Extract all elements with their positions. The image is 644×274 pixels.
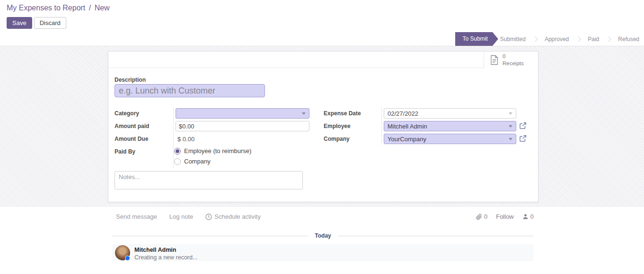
save-button[interactable]: Save: [7, 17, 32, 29]
message-author[interactable]: Mitchell Admin: [134, 246, 197, 254]
chatter-message[interactable]: Mitchell Admin Creating a new record...: [112, 244, 534, 261]
expense-date-input[interactable]: 02/27/2022: [384, 108, 516, 119]
notes-textarea[interactable]: [115, 171, 303, 189]
status-step-approved[interactable]: Approved: [543, 36, 571, 43]
breadcrumb-parent-link[interactable]: My Expenses to Report: [7, 4, 85, 12]
radio-icon: [174, 148, 181, 154]
form-action-buttons: Save Discard: [7, 17, 66, 29]
status-step-to-submit[interactable]: To Submit: [455, 32, 498, 46]
schedule-activity-button[interactable]: Schedule activity: [205, 213, 261, 220]
receipts-stat-button[interactable]: 0 Receipts: [484, 51, 538, 68]
category-select[interactable]: [176, 108, 309, 119]
followers-button[interactable]: 0: [522, 213, 534, 220]
log-note-button[interactable]: Log note: [169, 213, 194, 220]
attachments-button[interactable]: 0: [476, 213, 487, 220]
left-column-separator: [173, 107, 174, 168]
chevron-down-icon: [302, 112, 306, 115]
chevron-down-icon: [509, 125, 512, 128]
expense-date-value: 02/27/2022: [388, 110, 418, 117]
discard-button[interactable]: Discard: [34, 17, 66, 29]
chevron-down-icon: [509, 138, 512, 140]
date-divider: Today: [112, 232, 534, 239]
employee-select[interactable]: Mitchell Admin: [384, 121, 516, 131]
status-step-paid[interactable]: Paid: [586, 36, 601, 43]
receipts-count: 0: [503, 53, 524, 60]
description-input[interactable]: [115, 84, 265, 97]
expense-form-sheet: 0 Receipts Description Category Amount p…: [108, 51, 538, 202]
form-canvas: 0 Receipts Description Category Amount p…: [0, 46, 644, 207]
attachment-count: 0: [484, 213, 487, 220]
amount-due-value: $ 0.00: [177, 136, 194, 143]
description-label: Description: [115, 77, 146, 83]
amount-paid-input[interactable]: [176, 121, 309, 131]
paid-by-company-radio[interactable]: Company: [174, 158, 251, 165]
company-label: Company: [324, 136, 350, 142]
receipts-label: Receipts: [503, 60, 524, 67]
paid-by-company-label: Company: [184, 158, 211, 165]
paperclip-icon: [476, 214, 482, 220]
chevron-right-icon: [576, 36, 581, 42]
stat-button-box: 0 Receipts: [108, 51, 538, 68]
right-column-separator: [381, 107, 382, 145]
company-select[interactable]: YourCompany: [384, 134, 516, 144]
amount-due-label: Amount Due: [115, 136, 148, 142]
breadcrumb-separator: /: [89, 4, 91, 12]
chevron-down-icon: [509, 112, 512, 115]
employee-external-link-icon[interactable]: [519, 122, 527, 129]
employee-value: Mitchell Admin: [388, 123, 427, 130]
category-label: Category: [115, 110, 139, 117]
expense-date-label: Expense Date: [324, 110, 361, 117]
message-body: Creating a new record...: [134, 254, 197, 261]
employee-label: Employee: [324, 123, 351, 129]
chevron-right-icon: [532, 36, 538, 42]
clock-icon: [205, 214, 212, 220]
breadcrumb: My Expenses to Report / New: [7, 4, 110, 12]
follow-button[interactable]: Follow: [496, 213, 514, 220]
chevron-right-icon: [606, 36, 611, 42]
status-step-refused[interactable]: Refused: [616, 36, 641, 43]
amount-paid-label: Amount paid: [115, 123, 149, 129]
follower-count: 0: [530, 213, 534, 220]
paid-by-employee-label: Employee (to reimburse): [184, 147, 251, 154]
document-icon: [490, 55, 499, 65]
paid-by-employee-radio[interactable]: Employee (to reimburse): [174, 147, 251, 154]
radio-icon: [174, 158, 181, 165]
status-step-submitted[interactable]: Submitted: [498, 36, 528, 43]
avatar: [115, 245, 130, 260]
person-icon: [522, 214, 529, 220]
date-divider-label: Today: [315, 232, 331, 239]
breadcrumb-current: New: [95, 4, 110, 12]
company-value: YourCompany: [388, 136, 426, 143]
company-external-link-icon[interactable]: [519, 135, 527, 142]
paid-by-label: Paid By: [115, 148, 135, 155]
send-message-button[interactable]: Send message: [116, 213, 157, 220]
chatter: Send message Log note Schedule activity: [0, 207, 644, 274]
status-bar: To Submit Submitted Approved Paid Refuse…: [0, 32, 644, 46]
